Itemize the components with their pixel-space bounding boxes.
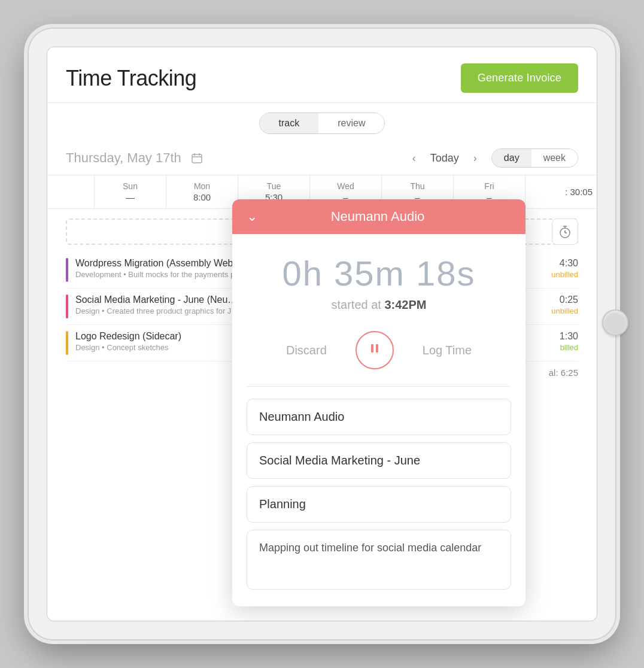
entry-right: 4:30 unbilled xyxy=(551,258,578,279)
cal-header-mon: Mon 8:00 xyxy=(166,175,238,208)
entry-meta: Design • Created three product graphics … xyxy=(75,306,243,315)
tablet-frame: Time Tracking Generate Invoice track rev… xyxy=(29,29,615,639)
view-week[interactable]: week xyxy=(531,149,578,167)
tablet-home-button[interactable] xyxy=(602,309,628,336)
total-hours: al: 6:25 xyxy=(549,368,578,378)
next-arrow[interactable]: › xyxy=(469,150,482,167)
tab-review[interactable]: review xyxy=(318,113,384,133)
svg-rect-10 xyxy=(376,344,378,353)
svg-rect-9 xyxy=(371,344,373,353)
entry-time: 0:25 xyxy=(551,294,578,305)
current-date-display: Thursday, May 17th xyxy=(66,150,204,166)
generate-invoice-button[interactable]: Generate Invoice xyxy=(461,63,578,93)
prev-arrow[interactable]: ‹ xyxy=(408,150,421,167)
log-time-button[interactable]: Log Time xyxy=(423,344,472,357)
entry-meta: Development • Built mocks for the paymen… xyxy=(75,270,243,279)
timer-modal: ⌄ Neumann Audio 0h 35m 18s started at 3:… xyxy=(232,199,525,606)
tablet-screen: Time Tracking Generate Invoice track rev… xyxy=(47,47,597,621)
entry-time: 1:30 xyxy=(560,331,578,342)
cal-header-empty xyxy=(47,175,95,208)
entry-time: 4:30 xyxy=(551,258,578,269)
cal-header-sun: Sun — xyxy=(95,175,166,208)
pause-icon xyxy=(368,342,381,359)
calendar-icon[interactable] xyxy=(191,152,204,165)
modal-body: 0h 35m 18s started at 3:42PM Discard xyxy=(232,234,525,606)
entry-right: 1:30 billed xyxy=(560,331,578,352)
entry-title[interactable]: Wordpress Migration (Assembly Web De xyxy=(75,258,243,269)
entry-status: unbilled xyxy=(551,270,578,279)
entry-right: 0:25 unbilled xyxy=(551,294,578,315)
project-item-1[interactable]: Neumann Audio xyxy=(247,399,511,435)
entry-title[interactable]: Social Media Marketing - June (Neuman xyxy=(75,294,243,305)
timer-display: 0h 35m 18s xyxy=(247,253,511,293)
entry-color-bar xyxy=(66,294,68,318)
entry-title[interactable]: Logo Redesign (Sidecar) xyxy=(75,331,243,342)
modal-client-name: Neumann Audio xyxy=(267,209,488,224)
page-header: Time Tracking Generate Invoice xyxy=(47,47,597,103)
view-day[interactable]: day xyxy=(492,149,531,167)
tab-bar: track review xyxy=(47,103,597,139)
notes-textarea[interactable] xyxy=(247,530,511,590)
pause-button[interactable] xyxy=(356,331,394,369)
entry-status: unbilled xyxy=(551,306,578,315)
project-item-3[interactable]: Planning xyxy=(247,486,511,523)
tab-track[interactable]: track xyxy=(260,113,319,133)
svg-rect-0 xyxy=(192,154,202,163)
page-title: Time Tracking xyxy=(66,66,196,91)
discard-button[interactable]: Discard xyxy=(286,344,327,357)
current-date: Thursday, May 17th xyxy=(66,150,204,165)
modal-header: ⌄ Neumann Audio xyxy=(232,199,525,234)
nav-controls: ‹ Today › day week xyxy=(408,148,578,168)
entry-status: billed xyxy=(560,343,578,352)
date-value: May 17th xyxy=(127,150,181,165)
entry-meta: Design • Concept sketches xyxy=(75,343,243,352)
stopwatch-icon xyxy=(558,225,572,238)
timer-started: started at 3:42PM xyxy=(247,298,511,312)
project-item-2[interactable]: Social Media Marketing - June xyxy=(247,442,511,479)
date-label: Thursday, xyxy=(66,150,123,165)
date-nav: Thursday, May 17th ‹ Today › xyxy=(47,139,597,175)
entry-color-bar xyxy=(66,331,68,355)
modal-actions: Discard Log Time xyxy=(247,331,511,369)
entry-color-bar xyxy=(66,258,68,282)
view-switcher: day week xyxy=(491,148,578,168)
today-button[interactable]: Today xyxy=(430,152,459,165)
tab-switcher: track review xyxy=(259,113,385,134)
cal-total: : 30:05 xyxy=(525,175,597,208)
modal-divider xyxy=(247,386,511,387)
modal-collapse-button[interactable]: ⌄ xyxy=(247,210,257,223)
timer-icon-button[interactable] xyxy=(552,218,578,245)
